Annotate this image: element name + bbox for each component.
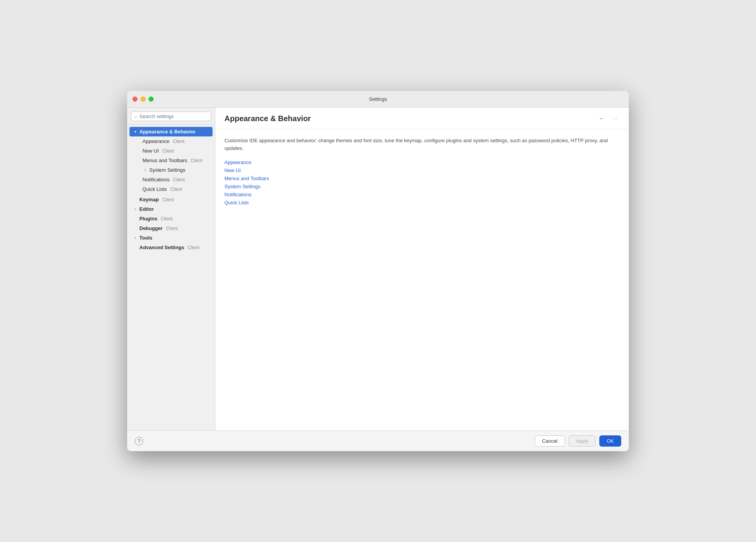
sidebar-item-appearance-behavior[interactable]: ▾ Appearance & Behavior (129, 127, 213, 136)
panel-links: Appearance New UI Menus and Toolbars Sys… (224, 159, 620, 205)
chevron-right-icon: › (133, 236, 138, 240)
link-new-ui[interactable]: New UI (224, 168, 620, 173)
apply-button[interactable]: Apply (569, 435, 596, 447)
link-quick-lists[interactable]: Quick Lists (224, 200, 620, 205)
link-notifications[interactable]: Notifications (224, 192, 620, 197)
link-system-settings[interactable]: System Settings (224, 184, 620, 189)
sidebar-item-debugger[interactable]: Debugger Client (127, 223, 215, 233)
chevron-down-icon: ▾ (133, 130, 138, 134)
sidebar-item-notifications[interactable]: Notifications Client (139, 175, 215, 184)
bottom-bar: ? Cancel Apply OK (127, 430, 629, 451)
sidebar: ⌕ ▾ Appearance & Behavior Appearance C (127, 108, 215, 430)
sidebar-item-plugins[interactable]: Plugins Client (127, 214, 215, 223)
bottom-actions: Cancel Apply OK (535, 435, 621, 447)
sidebar-item-label: Appearance & Behavior (139, 129, 196, 135)
sidebar-item-appearance[interactable]: Appearance Client (139, 136, 215, 146)
sidebar-item-menus-toolbars[interactable]: Menus and Toolbars Client (139, 156, 215, 165)
group-appearance-behavior: ▾ Appearance & Behavior Appearance Clien… (127, 127, 215, 194)
titlebar: Settings (127, 91, 629, 108)
chevron-right-icon: › (133, 207, 138, 211)
help-button[interactable]: ? (135, 437, 143, 445)
panel-description: Customize IDE appearance and behavior: c… (224, 137, 620, 152)
panel-header: Appearance & Behavior ← → (215, 108, 629, 129)
sidebar-item-new-ui[interactable]: New UI Client (139, 146, 215, 156)
cancel-button[interactable]: Cancel (535, 435, 565, 447)
link-menus-toolbars[interactable]: Menus and Toolbars (224, 176, 620, 181)
search-container: ⌕ (127, 108, 215, 125)
ok-button[interactable]: OK (599, 435, 621, 447)
forward-button[interactable]: → (610, 114, 620, 123)
panel-title: Appearance & Behavior (224, 114, 311, 123)
settings-window: Settings ⌕ ▾ Appearance & Behavior (127, 91, 629, 451)
chevron-right-icon: › (142, 168, 148, 172)
main-content: ⌕ ▾ Appearance & Behavior Appearance C (127, 108, 629, 430)
sidebar-item-system-settings[interactable]: › System Settings (139, 165, 215, 175)
search-icon: ⌕ (134, 114, 137, 119)
back-button[interactable]: ← (597, 114, 607, 123)
main-panel: Appearance & Behavior ← → Customize IDE … (215, 108, 629, 430)
link-appearance[interactable]: Appearance (224, 159, 620, 165)
sidebar-item-tools[interactable]: › Tools (127, 233, 215, 243)
maximize-button[interactable] (149, 97, 154, 102)
traffic-lights (133, 97, 154, 102)
sidebar-item-advanced-settings[interactable]: Advanced Settings Client (127, 243, 215, 252)
sidebar-item-keymap[interactable]: Keymap Client (127, 195, 215, 204)
close-button[interactable] (133, 97, 137, 102)
window-title: Settings (369, 96, 387, 102)
sidebar-item-quick-lists[interactable]: Quick Lists Client (139, 184, 215, 194)
sidebar-children-appearance-behavior: Appearance Client New UI Client Menus an… (127, 136, 215, 194)
sidebar-item-editor[interactable]: › Editor (127, 204, 215, 214)
search-input[interactable] (139, 113, 208, 119)
panel-content: Customize IDE appearance and behavior: c… (215, 129, 629, 430)
minimize-button[interactable] (141, 97, 146, 102)
navigation-buttons: ← → (597, 114, 620, 123)
sidebar-nav: ▾ Appearance & Behavior Appearance Clien… (127, 125, 215, 430)
search-wrapper[interactable]: ⌕ (131, 112, 211, 121)
